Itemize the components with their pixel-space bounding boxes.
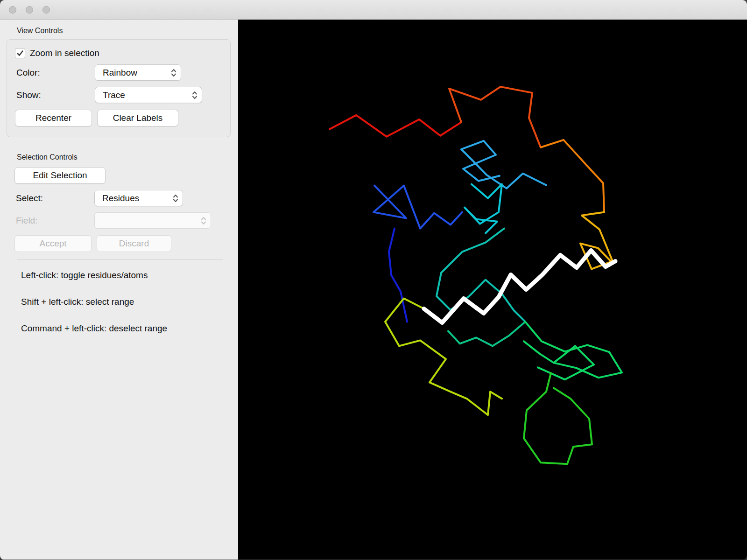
close-button[interactable] bbox=[9, 6, 16, 14]
edit-selection-button[interactable]: Edit Selection bbox=[14, 167, 106, 184]
show-dropdown-value: Trace bbox=[103, 90, 125, 100]
zoom-in-selection-checkbox[interactable] bbox=[15, 48, 25, 58]
trace-segment-blue bbox=[374, 186, 462, 229]
field-label: Field: bbox=[14, 216, 94, 226]
selection-controls-group: Edit Selection Select: Residues Field: bbox=[14, 166, 231, 252]
select-dropdown[interactable]: Residues bbox=[94, 190, 183, 206]
chevron-updown-icon bbox=[170, 67, 177, 78]
protein-trace bbox=[238, 20, 747, 560]
divider bbox=[17, 259, 223, 259]
trace-segment-orange-red bbox=[449, 87, 541, 147]
view-controls-group: Zoom in selection Color: Rainbow Show: T… bbox=[7, 39, 231, 137]
trace-segment-sea-green bbox=[448, 322, 525, 346]
color-dropdown[interactable]: Rainbow bbox=[95, 64, 181, 81]
view-controls-title: View Controls bbox=[17, 27, 238, 35]
checkmark-icon bbox=[16, 49, 24, 57]
select-label: Select: bbox=[14, 193, 94, 203]
trace-segment-orange bbox=[541, 140, 604, 212]
zoom-button[interactable] bbox=[42, 6, 50, 14]
accept-button[interactable]: Accept bbox=[14, 235, 92, 252]
zoom-in-selection-label: Zoom in selection bbox=[30, 48, 99, 58]
select-dropdown-value: Residues bbox=[102, 193, 139, 203]
sidebar: View Controls Zoom in selection Color: R… bbox=[0, 20, 238, 560]
show-dropdown[interactable]: Trace bbox=[95, 87, 202, 103]
field-dropdown[interactable] bbox=[94, 212, 211, 229]
trace-segment-red bbox=[330, 115, 461, 137]
trace-segment-spring-green bbox=[524, 322, 622, 378]
trace-segment-dark-blue bbox=[389, 229, 407, 322]
recenter-button[interactable]: Recenter bbox=[15, 110, 92, 126]
titlebar bbox=[0, 0, 747, 20]
show-label: Show: bbox=[15, 90, 95, 100]
color-label: Color: bbox=[15, 68, 95, 78]
selection-controls-title: Selection Controls bbox=[17, 153, 238, 161]
trace-segment-green bbox=[524, 373, 592, 464]
chevron-updown-icon bbox=[191, 90, 198, 101]
minimize-button[interactable] bbox=[26, 6, 33, 14]
app-window: View Controls Zoom in selection Color: R… bbox=[0, 0, 747, 560]
trace-segment-sky-blue bbox=[461, 141, 546, 189]
discard-button[interactable]: Discard bbox=[97, 235, 171, 252]
chevron-updown-icon bbox=[172, 193, 179, 204]
trace-segment-cyan bbox=[465, 184, 502, 233]
help-line-left-click: Left-click: toggle residues/atoms bbox=[21, 270, 231, 280]
help-line-command-click: Command + left-click: deselect range bbox=[21, 323, 231, 334]
zoom-in-selection-checkbox-row[interactable]: Zoom in selection bbox=[15, 48, 224, 58]
help-line-shift-click: Shift + left-click: select range bbox=[21, 296, 231, 307]
clear-labels-button[interactable]: Clear Labels bbox=[97, 110, 178, 126]
color-dropdown-value: Rainbow bbox=[103, 68, 137, 78]
molecule-viewport[interactable] bbox=[238, 20, 747, 560]
chevron-updown-icon bbox=[200, 215, 207, 226]
trace-segment-chartreuse bbox=[385, 298, 502, 415]
